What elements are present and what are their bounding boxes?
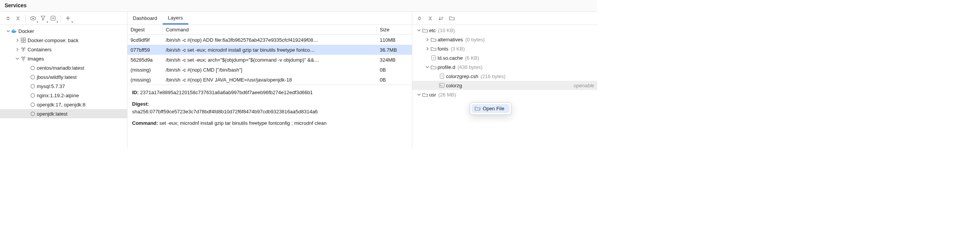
cell-size: 324MB [377, 57, 412, 63]
chevron-down-icon[interactable] [416, 93, 421, 96]
openable-badge: openable [570, 83, 595, 88]
col-size[interactable]: Size [377, 27, 412, 33]
unknown-icon: ? [438, 74, 445, 79]
cell-command: /bin/sh -c set -eux; microdnf install gz… [163, 47, 377, 53]
file-size: (3 KB) [451, 46, 465, 52]
tree-item[interactable]: openjdk:17, openjdk:8 [0, 100, 127, 109]
image-icon [29, 93, 36, 98]
chevron-right-icon[interactable] [15, 48, 20, 51]
file-tree-item[interactable]: ?colorzgrep.csh(216 bytes) [412, 72, 597, 81]
cell-digest: 9cd9df9f [127, 37, 163, 43]
group-by-icon[interactable] [49, 14, 57, 23]
file-tree-label: fonts [438, 46, 448, 52]
file-tree-item[interactable]: colorzgopenable [412, 81, 597, 90]
tab-layers[interactable]: Layers [163, 12, 188, 24]
table-row[interactable]: 56285d9a/bin/sh -c set -eux; arch="$(obj… [127, 55, 412, 65]
file-size: (216 bytes) [481, 74, 506, 79]
col-command[interactable]: Command [163, 27, 377, 33]
layer-details: ID: 2371a17e8895a2120158c737631a6a6ab997… [127, 85, 412, 127]
folder-icon [421, 92, 428, 97]
docker-icon [11, 28, 18, 34]
svg-point-18 [23, 59, 24, 60]
chevron-right-icon[interactable] [425, 38, 430, 41]
table-row[interactable]: (missing)/bin/sh -c #(nop) ENV JAVA_HOME… [127, 75, 412, 85]
collapse-all-icon[interactable] [426, 14, 434, 23]
shell-icon [438, 83, 445, 88]
tree-item[interactable]: mysql:5.7.37 [0, 82, 127, 91]
id-label: ID: [132, 90, 139, 95]
file-tree-item[interactable]: etc(10 KB) [412, 26, 597, 35]
svg-point-13 [21, 47, 23, 49]
chevron-down-icon[interactable] [416, 29, 421, 32]
svg-point-22 [31, 93, 34, 97]
table-row[interactable]: 077bff59/bin/sh -c set -eux; microdnf in… [127, 45, 412, 55]
tree-item[interactable]: Docker-compose: back [0, 36, 127, 45]
services-sidebar: DockerDocker-compose: backContainersImag… [0, 12, 127, 149]
chevron-right-icon[interactable] [425, 47, 430, 51]
image-icon [29, 84, 36, 89]
file-tree-item[interactable]: fonts(3 KB) [412, 44, 597, 53]
image-icon [29, 102, 36, 107]
svg-rect-7 [13, 29, 14, 30]
file-tree[interactable]: etc(10 KB)alternatives(0 bytes)fonts(3 K… [412, 25, 597, 149]
tree-item[interactable]: jboss/wildfly:latest [0, 72, 127, 82]
panel-title: Services [0, 0, 597, 12]
services-tree[interactable]: DockerDocker-compose: backContainersImag… [0, 25, 127, 149]
chevron-right-icon[interactable] [15, 39, 20, 42]
chevron-down-icon[interactable] [425, 65, 430, 69]
filter-icon[interactable] [39, 14, 47, 23]
tree-item[interactable]: centos/mariadb:latest [0, 63, 127, 72]
svg-rect-10 [24, 38, 26, 40]
folder-icon [430, 46, 437, 51]
file-tree-label: etc [429, 28, 436, 33]
tab-dashboard[interactable]: Dashboard [127, 12, 163, 24]
col-digest[interactable]: Digest [127, 27, 163, 33]
table-row[interactable]: 9cd9df9f/bin/sh -c #(nop) ADD file:6a3fb… [127, 35, 412, 45]
tree-item-label: jboss/wildfly:latest [37, 74, 77, 80]
tree-item[interactable]: Containers [0, 45, 127, 54]
svg-rect-4 [13, 30, 13, 31]
file-tree-label: ld.so.cache [438, 55, 463, 61]
toolbar-separator [60, 15, 60, 22]
main-layout: DockerDocker-compose: backContainersImag… [0, 12, 597, 149]
file-tree-item[interactable]: usr(26 MB) [412, 90, 597, 99]
table-row[interactable]: (missing)/bin/sh -c #(nop) CMD ["/bin/ba… [127, 65, 412, 75]
chevron-down-icon[interactable] [5, 29, 11, 33]
tabs-bar: DashboardLayers [127, 12, 412, 25]
cell-digest: 077bff59 [127, 47, 163, 53]
tree-item-label: Images [28, 56, 44, 62]
tree-item[interactable]: openjdk:latest [0, 109, 127, 118]
open-folder-icon[interactable] [448, 14, 456, 23]
images-icon [20, 56, 27, 61]
tree-item[interactable]: Images [0, 54, 127, 63]
show-options-icon[interactable] [29, 14, 37, 23]
tree-item-label: openjdk:17, openjdk:8 [37, 102, 85, 108]
folder-icon [421, 28, 428, 33]
expand-all-icon[interactable] [4, 14, 12, 23]
digest-label: Digest: [132, 100, 407, 108]
tree-item-label: mysql:5.7.37 [37, 83, 65, 89]
image-icon [29, 65, 36, 70]
tree-item[interactable]: nginx:1.19.2-alpine [0, 91, 127, 100]
svg-rect-8 [15, 30, 15, 31]
sort-icon[interactable] [437, 14, 445, 23]
context-open-file-label: Open File [483, 106, 504, 111]
file-size: (10 KB) [438, 28, 455, 33]
collapse-all-icon[interactable] [14, 14, 22, 23]
add-service-icon[interactable] [64, 14, 72, 23]
svg-rect-6 [13, 29, 13, 30]
cell-command: /bin/sh -c set -eux; arch="$(objdump="$(… [163, 57, 377, 63]
file-tree-pane: etc(10 KB)alternatives(0 bytes)fonts(3 K… [412, 12, 597, 149]
svg-rect-9 [21, 38, 23, 40]
context-open-file[interactable]: Open File [472, 104, 510, 113]
file-tree-item[interactable]: alternatives(0 bytes) [412, 35, 597, 44]
chevron-down-icon[interactable] [15, 57, 20, 60]
tree-item-label: centos/mariadb:latest [37, 65, 84, 71]
file-tree-item[interactable]: profile.d(436 bytes) [412, 62, 597, 72]
tree-item-label: Containers [28, 47, 52, 52]
svg-rect-5 [13, 30, 14, 31]
tree-item[interactable]: Docker [0, 26, 127, 36]
expand-all-icon[interactable] [415, 14, 424, 23]
file-tree-item[interactable]: ?ld.so.cache(6 KB) [412, 53, 597, 62]
containers-icon [20, 47, 27, 52]
